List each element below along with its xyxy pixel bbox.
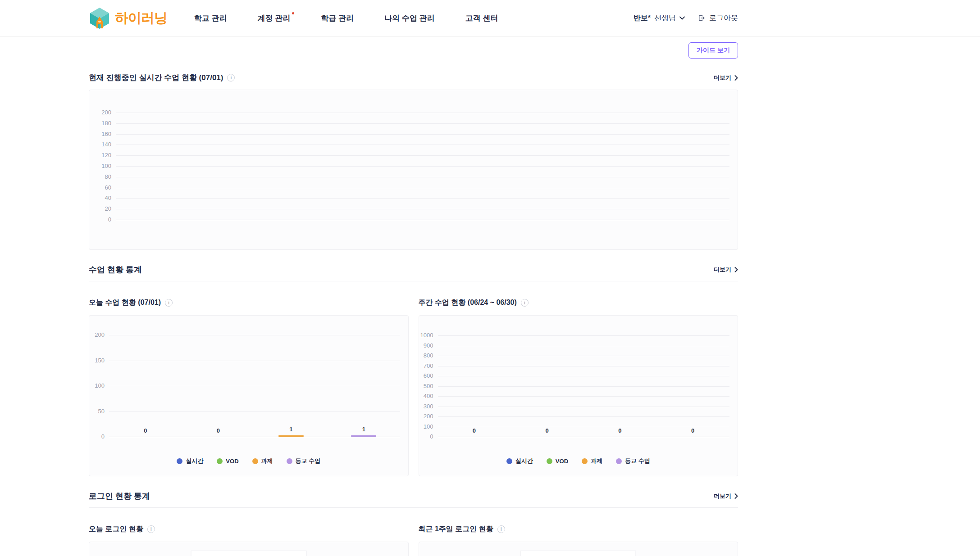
nav-item-label: 고객 센터 (465, 14, 498, 23)
gridline (116, 198, 729, 199)
main-nav: 학교 관리 계정 관리 학급 관리 나의 수업 관리 고객 센터 (194, 13, 498, 23)
gridline (109, 437, 400, 437)
live-section-title: 현재 진행중인 실시간 수업 현황 (07/01) (89, 72, 223, 83)
axis-tick-label: 180 (89, 119, 111, 127)
axis-tick-label: 0 (419, 433, 433, 441)
axis-tick-label: 600 (419, 372, 433, 380)
legend-item-과제[interactable]: 과제 (582, 457, 602, 465)
info-icon[interactable]: i (227, 74, 235, 81)
axis-tick-label: 300 (419, 402, 433, 411)
axis-tick-label: 200 (89, 331, 105, 339)
today-classes-chart: 실시간VOD과제등교 수업 0501001502000011 (89, 315, 409, 476)
gridline (116, 209, 729, 209)
class-stats-title: 수업 현황 통계 (89, 264, 142, 275)
info-icon[interactable]: i (497, 525, 505, 533)
user-menu[interactable]: 반보* 선생님 (634, 14, 685, 23)
logo[interactable]: 하이러닝 (89, 7, 167, 29)
nav-item-label: 계정 관리 (258, 14, 291, 23)
legend-dot (252, 458, 258, 464)
logout-button[interactable]: 로그아웃 (697, 14, 738, 23)
weekly-classes-chart: 실시간VOD과제등교 수업 01002003004005006007008009… (419, 315, 738, 476)
legend-label: 과제 (261, 457, 273, 465)
axis-tick-label: 40 (89, 194, 111, 202)
nav-item-label: 나의 수업 관리 (384, 14, 434, 23)
bar-등교 수업 (351, 435, 376, 437)
gridline (438, 335, 729, 336)
gridline (438, 376, 729, 376)
legend-dot (582, 458, 588, 464)
more-link-class-stats[interactable]: 더보기 (714, 266, 738, 274)
legend-label: 등교 수업 (296, 457, 321, 465)
guide-button[interactable]: 가이드 보기 (688, 42, 738, 59)
page: 하이러닝 학교 관리 계정 관리 학급 관리 나의 수업 관리 고객 센터 (0, 0, 980, 556)
nav-item-account-management[interactable]: 계정 관리 (258, 13, 291, 23)
nav-item-school-management[interactable]: 학교 관리 (194, 13, 227, 23)
weekly-classes-header: 주간 수업 현황 (06/24 ~ 06/30) i (419, 298, 738, 307)
axis-tick-label: 900 (419, 342, 433, 350)
legend-label: VOD (556, 458, 568, 465)
gridline (116, 145, 729, 145)
chevron-right-icon (734, 75, 738, 81)
axis-tick-label: 20 (89, 205, 111, 213)
login-stats-title: 로그인 현황 통계 (89, 491, 150, 502)
login-stats-section-header: 로그인 현황 통계 더보기 (89, 491, 738, 502)
gridline (109, 335, 400, 335)
axis-tick-label: 100 (89, 162, 111, 170)
gridline (116, 220, 729, 220)
info-icon[interactable]: i (165, 299, 173, 307)
weekly-logins-chart: 학생교사학부모 250 (419, 542, 738, 556)
bar-value-label: 0 (132, 427, 159, 434)
chevron-down-icon (679, 16, 685, 20)
gridline (109, 361, 400, 361)
info-icon[interactable]: i (147, 525, 155, 533)
axis-tick-label: 160 (89, 130, 111, 138)
legend-item-실시간[interactable]: 실시간 (506, 457, 533, 465)
live-section-header: 현재 진행중인 실시간 수업 현황 (07/01) i 더보기 (89, 72, 738, 83)
info-icon[interactable]: i (521, 299, 529, 307)
legend-item-실시간[interactable]: 실시간 (177, 457, 203, 465)
chevron-right-icon (734, 493, 738, 499)
gridline (116, 188, 729, 188)
axis-tick-label: 0 (89, 216, 111, 224)
gridline (438, 366, 729, 366)
legend-label: 실시간 (186, 457, 203, 465)
gridline (116, 134, 729, 135)
chart-legend: 학생교사학부모 (520, 551, 636, 556)
legend-item-과제[interactable]: 과제 (252, 457, 273, 465)
gridline (438, 407, 729, 407)
more-link-login-stats[interactable]: 더보기 (714, 492, 738, 500)
more-link-live[interactable]: 더보기 (714, 74, 738, 82)
axis-tick-label: 1000 (419, 331, 433, 339)
bar-value-label: 0 (606, 427, 634, 434)
legend-dot (547, 458, 552, 464)
legend-item-VOD[interactable]: VOD (547, 458, 568, 465)
gridline (438, 437, 729, 437)
gridline (438, 416, 729, 417)
section-divider (89, 507, 738, 508)
new-badge-dot (292, 12, 294, 14)
axis-tick-label: 80 (89, 173, 111, 181)
today-classes-title: 오늘 수업 현황 (07/01) (89, 298, 161, 307)
gridline (116, 155, 729, 156)
bar-value-label: 0 (205, 427, 232, 434)
gridline (438, 386, 729, 387)
bar-value-label: 1 (278, 426, 305, 433)
legend-item-VOD[interactable]: VOD (217, 458, 238, 465)
logo-text: 하이러닝 (115, 9, 167, 27)
chart-legend: 실시간VOD과제등교 수업 (419, 457, 738, 465)
weekly-logins-header: 최근 1주일 로그인 현황 i (419, 524, 738, 534)
nav-item-customer-center[interactable]: 고객 센터 (465, 13, 498, 23)
nav-item-class-management[interactable]: 학급 관리 (321, 13, 354, 23)
gridline (438, 346, 729, 346)
user-role: 선생님 (654, 14, 676, 23)
axis-tick-label: 500 (419, 382, 433, 390)
more-label: 더보기 (714, 266, 731, 274)
today-classes-header: 오늘 수업 현황 (07/01) i (89, 298, 409, 307)
legend-dot (287, 458, 292, 464)
legend-item-등교 수업[interactable]: 등교 수업 (287, 457, 321, 465)
nav-item-my-lessons[interactable]: 나의 수업 관리 (384, 13, 434, 23)
legend-item-등교 수업[interactable]: 등교 수업 (616, 457, 650, 465)
axis-tick-label: 150 (89, 357, 105, 365)
gridline (109, 411, 400, 412)
bar-과제 (278, 435, 304, 437)
